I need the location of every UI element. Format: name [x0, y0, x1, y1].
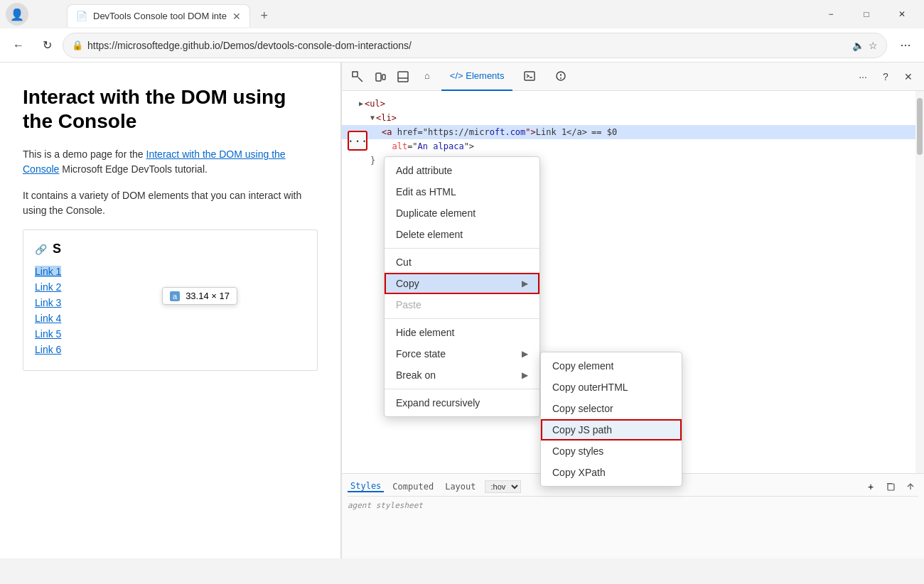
- tooltip-tag: a: [170, 291, 180, 301]
- link-2[interactable]: Link 2: [35, 281, 61, 293]
- browser-tab[interactable]: 📄 DevTools Console tool DOM inte ✕: [67, 4, 250, 27]
- navigate-to-btn[interactable]: [903, 479, 918, 494]
- new-tab-button[interactable]: +: [253, 4, 276, 27]
- sub-copy-xpath[interactable]: Copy XPath: [541, 462, 682, 483]
- style-rule-agent: agent stylesheet: [348, 499, 918, 512]
- ctx-hide[interactable]: Hide element: [385, 322, 539, 343]
- ctx-separator-1: [385, 248, 539, 249]
- list-item: Link 5: [35, 328, 306, 340]
- tab-sources[interactable]: [547, 63, 575, 91]
- link-5[interactable]: Link 5: [35, 328, 61, 340]
- webpage-content: Interact with the DOM using the Console …: [0, 63, 341, 558]
- svg-rect-3: [398, 72, 408, 82]
- close-devtools-btn[interactable]: ✕: [898, 67, 918, 87]
- break-on-submenu-arrow: ▶: [522, 370, 528, 380]
- ctx-paste: Paste: [385, 294, 539, 315]
- settings-button[interactable]: ···: [893, 33, 918, 58]
- tab-bar: 📄 DevTools Console tool DOM inte ✕ +: [31, 1, 812, 27]
- url-text: https://microsoftedge.github.io/Demos/de…: [87, 40, 848, 51]
- ctx-duplicate[interactable]: Duplicate element: [385, 202, 539, 224]
- window-controls: − □ ✕: [815, 3, 918, 26]
- element-tooltip: a 33.14 × 17: [162, 287, 237, 305]
- favorites-icon: ☆: [869, 40, 878, 51]
- links-list: Link 1 Link 2 Link 3 Link 4 Link 5 Link …: [35, 265, 306, 356]
- tab-favicon: 📄: [76, 11, 87, 21]
- link-1[interactable]: Link 1: [35, 266, 61, 277]
- title-bar: 👤 📄 DevTools Console tool DOM inte ✕ + −…: [0, 0, 924, 28]
- tab-elements[interactable]: </> Elements: [441, 63, 513, 91]
- tab-computed[interactable]: Computed: [390, 482, 436, 492]
- devtools-toolbar-right: ··· ? ✕: [853, 67, 918, 87]
- styles-icons: +: [863, 479, 918, 494]
- dom-line-a[interactable]: <a href="https://micr oft.com "> Link 1<…: [342, 125, 924, 139]
- home-icon: ⌂: [424, 70, 430, 81]
- page-heading: Interact with the DOM using the Console: [23, 85, 318, 133]
- section-title: S: [53, 242, 61, 256]
- copy-submenu: Copy element Copy outerHTML Copy selecto…: [540, 352, 682, 487]
- svg-rect-2: [382, 75, 385, 80]
- tab-close-btn[interactable]: ✕: [232, 11, 241, 22]
- link-4[interactable]: Link 4: [35, 313, 61, 324]
- device-toolbar-btn[interactable]: [370, 67, 390, 87]
- ctx-break-on[interactable]: Break on ▶: [385, 364, 539, 386]
- tab-console[interactable]: [515, 63, 544, 91]
- url-bar[interactable]: 🔒 https://microsoftedge.github.io/Demos/…: [63, 33, 887, 58]
- back-button[interactable]: ←: [6, 33, 31, 58]
- ctx-edit-html[interactable]: Edit as HTML: [385, 181, 539, 202]
- force-state-submenu-arrow: ▶: [522, 349, 528, 359]
- ctx-force-state[interactable]: Force state ▶: [385, 343, 539, 364]
- profile-icon[interactable]: 👤: [6, 3, 28, 26]
- copy-element-btn[interactable]: [883, 479, 898, 494]
- paragraph-2: It contains a variety of DOM elements th…: [23, 188, 318, 218]
- more-tools-btn[interactable]: ···: [853, 67, 873, 87]
- sub-copy-js-path[interactable]: Copy JS path: [541, 419, 682, 440]
- elements-tab-label: </> Elements: [450, 70, 505, 81]
- link-6[interactable]: Link 6: [35, 344, 61, 355]
- help-btn[interactable]: ?: [876, 67, 896, 87]
- ctx-cut[interactable]: Cut: [385, 252, 539, 273]
- section-header: 🔗 S: [35, 242, 306, 256]
- tab-layout[interactable]: Layout: [442, 482, 478, 492]
- maximize-button[interactable]: □: [850, 3, 883, 26]
- tab-title: DevTools Console tool DOM inte: [93, 11, 227, 21]
- dom-scrollbar-thumb: [917, 98, 923, 155]
- new-style-rule-btn[interactable]: +: [863, 479, 879, 494]
- tab-home[interactable]: ⌂: [416, 63, 439, 91]
- hover-state-dropdown[interactable]: :hov: [485, 480, 521, 493]
- expand-arrow: ▶: [359, 97, 363, 110]
- ctx-delete[interactable]: Delete element: [385, 224, 539, 245]
- ctx-add-attribute[interactable]: Add attribute: [385, 160, 539, 181]
- ctx-expand[interactable]: Expand recursively: [385, 392, 539, 413]
- drawer-btn[interactable]: [393, 67, 413, 87]
- dom-line-li: ▼ <li>: [342, 111, 924, 125]
- dom-scrollbar[interactable]: [915, 91, 924, 473]
- minimize-button[interactable]: −: [815, 3, 847, 26]
- svg-rect-10: [888, 484, 894, 490]
- sub-copy-selector[interactable]: Copy selector: [541, 398, 682, 419]
- inspect-element-btn[interactable]: [348, 67, 367, 87]
- sub-copy-element[interactable]: Copy element: [541, 355, 682, 377]
- read-aloud-icon: 🔈: [852, 40, 864, 51]
- anchor-icon: 🔗: [35, 244, 47, 255]
- paragraph-1: This is a demo page for the Interact wit…: [23, 147, 318, 177]
- sub-copy-styles[interactable]: Copy styles: [541, 440, 682, 462]
- list-item: Link 4: [35, 312, 306, 325]
- ctx-separator-3: [385, 389, 539, 389]
- tooltip-size: 33.14 × 17: [186, 291, 230, 301]
- list-item: Link 6: [35, 343, 306, 356]
- browser-toolbar-right: ···: [893, 33, 918, 58]
- more-context-btn[interactable]: ···: [348, 131, 367, 151]
- sub-copy-outerhtml[interactable]: Copy outerHTML: [541, 377, 682, 398]
- demo-section: 🔗 S a 33.14 × 17 Link 1 Link 2 Link 3 Li…: [23, 229, 318, 371]
- ctx-copy[interactable]: Copy ▶: [385, 273, 539, 294]
- refresh-button[interactable]: ↻: [34, 33, 60, 58]
- lock-icon: 🔒: [72, 40, 83, 50]
- close-window-button[interactable]: ✕: [886, 3, 918, 26]
- link-3[interactable]: Link 3: [35, 297, 61, 308]
- svg-rect-0: [353, 72, 358, 77]
- ctx-separator-2: [385, 318, 539, 319]
- svg-rect-1: [376, 73, 381, 81]
- dom-line-ul: ▶ <ul>: [342, 97, 924, 111]
- tab-styles[interactable]: Styles: [348, 481, 384, 492]
- copy-submenu-arrow: ▶: [522, 279, 528, 288]
